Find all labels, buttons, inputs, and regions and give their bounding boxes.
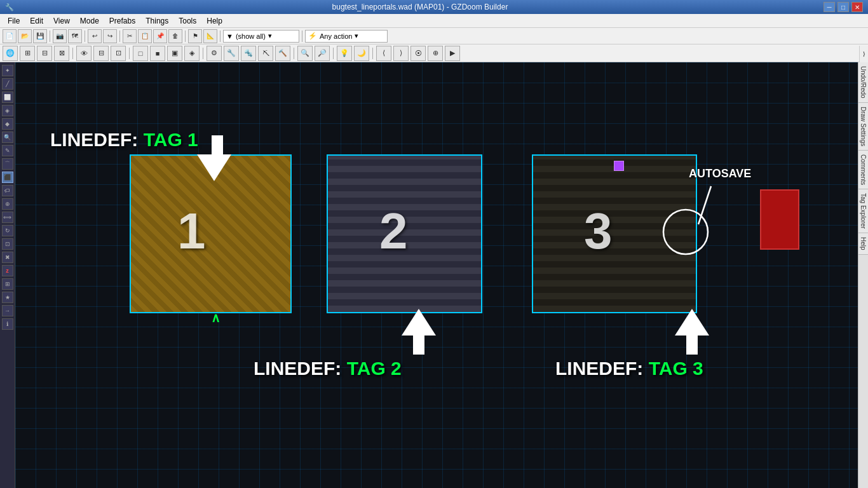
restore-button[interactable]: □: [837, 2, 849, 12]
menu-view[interactable]: View: [48, 14, 75, 27]
green-chevron-1: ∧: [211, 310, 220, 325]
grid2-button[interactable]: ⊟: [37, 46, 52, 61]
tool4-button[interactable]: ⛏: [258, 46, 273, 61]
arrow3-container: [675, 309, 709, 355]
zoom-tool[interactable]: 🔍: [2, 132, 13, 143]
open-button[interactable]: 📂: [18, 29, 32, 43]
panel-tag-explorer[interactable]: Tag Explorer: [858, 189, 868, 233]
light2-button[interactable]: 🌙: [354, 46, 369, 61]
menu-edit[interactable]: Edit: [25, 14, 48, 27]
panel-draw-settings[interactable]: Draw Settings: [858, 103, 868, 151]
snap-button[interactable]: ⊠: [54, 46, 69, 61]
view-button[interactable]: 👁: [76, 46, 92, 61]
minimize-button[interactable]: ─: [824, 2, 835, 12]
num1-tool[interactable]: z: [2, 265, 13, 276]
tool5-button[interactable]: 🔨: [275, 46, 290, 61]
menu-prefabs[interactable]: Prefabs: [104, 14, 140, 27]
separator6: [302, 30, 302, 42]
extra1-button[interactable]: ⟨: [376, 46, 391, 61]
split-tool[interactable]: ⊕: [2, 198, 13, 210]
menu-file[interactable]: File: [3, 14, 25, 27]
cut-button[interactable]: ✂: [123, 29, 137, 43]
undo-button[interactable]: ↩: [88, 29, 102, 43]
window-controls: ─ □ ✕: [824, 2, 863, 12]
arrow2-container: [402, 309, 436, 355]
close-button[interactable]: ✕: [851, 2, 863, 12]
view3-button[interactable]: ⊡: [111, 46, 126, 61]
filter-dropdown[interactable]: ▼ (show all) ▾: [223, 30, 299, 43]
tag-tool[interactable]: 🏷: [2, 185, 13, 196]
zoom-in-button[interactable]: 🌐: [3, 46, 18, 61]
sep-t2-3: [203, 48, 203, 59]
mode-tool[interactable]: ⬛: [2, 172, 13, 183]
left-toolbar: ✦ ╱ ⬜ ◈ ◆ 🔍 ✎ ⌒ ⬛ 🏷 ⊕ ⟺ ↻ ⊡ ✖ z ⊞ ★ → ℹ: [0, 62, 15, 488]
menu-help[interactable]: Help: [201, 14, 227, 27]
redo-button[interactable]: ↪: [103, 29, 117, 43]
action-dropdown[interactable]: ⚡ Any action ▾: [305, 30, 388, 43]
star-tool[interactable]: ★: [2, 292, 13, 303]
extra4-button[interactable]: ⊕: [428, 46, 443, 61]
zoom-out-button[interactable]: 🔍: [297, 46, 313, 61]
linedef-tag1-label: LINEDEF: TAG 1: [50, 129, 198, 151]
select2-button[interactable]: ■: [150, 46, 165, 61]
separator1: [50, 30, 50, 42]
line-tool[interactable]: ╱: [2, 78, 13, 90]
scale-tool[interactable]: ⊡: [2, 238, 13, 250]
vertex-tool[interactable]: ◆: [2, 118, 13, 130]
eraser-tool[interactable]: ✖: [2, 252, 13, 263]
canvas-area[interactable]: 1 2 3 LINEDEF: TAG 1 LINEDEF: TAG 2 LINE…: [15, 62, 858, 488]
select-tool[interactable]: ✦: [2, 65, 13, 76]
thing-tool[interactable]: ◈: [2, 105, 13, 116]
menu-mode[interactable]: Mode: [75, 14, 104, 27]
titlebar-title: bugtest_lineportals.wad (MAP01) - GZDoom…: [332, 3, 508, 11]
rotate-tool[interactable]: ↻: [2, 225, 13, 236]
filter-icon: ▼: [226, 32, 233, 40]
arrow1-head: [197, 154, 231, 181]
view2-button[interactable]: ⊟: [93, 46, 109, 61]
menu-tools[interactable]: Tools: [173, 14, 201, 27]
save-button[interactable]: 💾: [33, 29, 47, 43]
tag2-value: TAG 2: [347, 358, 402, 379]
grid-button[interactable]: ⊞: [20, 46, 35, 61]
num2-tool[interactable]: ⊞: [2, 278, 13, 290]
arrow1-container: [203, 135, 231, 181]
extra3-button[interactable]: ⦿: [410, 46, 426, 61]
menubar: File Edit View Mode Prefabs Things Tools…: [0, 14, 868, 28]
thing-mode-button[interactable]: ⚑: [188, 29, 202, 43]
sep-t2-6: [372, 48, 373, 59]
new-button[interactable]: 📄: [3, 29, 17, 43]
tag1-value: TAG 1: [144, 129, 198, 150]
select3-button[interactable]: ▣: [167, 46, 182, 61]
flip-tool[interactable]: ⟺: [2, 212, 13, 223]
sector-tool[interactable]: ⬜: [2, 92, 13, 103]
room-extra: [760, 189, 799, 250]
arrow-tool[interactable]: →: [2, 305, 13, 316]
paste-button[interactable]: 📌: [153, 29, 167, 43]
info-tool[interactable]: ℹ: [2, 318, 13, 330]
light-button[interactable]: 💡: [337, 46, 352, 61]
extra5-button[interactable]: ▶: [445, 46, 460, 61]
panel-comments[interactable]: Comments: [858, 151, 868, 189]
linedef-tag2-label: LINEDEF: TAG 2: [254, 358, 402, 379]
curve-tool[interactable]: ⌒: [2, 158, 13, 170]
room3: [532, 154, 697, 313]
tool1-button[interactable]: ⚙: [207, 46, 222, 61]
panel-help[interactable]: Help: [858, 233, 868, 255]
tool3-button[interactable]: 🔩: [241, 46, 256, 61]
menu-things[interactable]: Things: [140, 14, 173, 27]
select4-button[interactable]: ◈: [184, 46, 200, 61]
screenshot-button[interactable]: 📷: [53, 29, 67, 43]
delete-button[interactable]: 🗑: [168, 29, 182, 43]
map-options-button[interactable]: 🗺: [68, 29, 82, 43]
linedef-mode-button[interactable]: 📐: [203, 29, 217, 43]
panel-undo-redo[interactable]: Undo/Redo: [858, 62, 868, 103]
right-expand-button[interactable]: ⟩: [859, 46, 868, 62]
extra2-button[interactable]: ⟩: [393, 46, 409, 61]
select1-button[interactable]: □: [133, 46, 148, 61]
draw-tool[interactable]: ✎: [2, 145, 13, 156]
arrow1-shaft: [212, 135, 223, 154]
zoom3-button[interactable]: 🔎: [315, 46, 330, 61]
tool2-button[interactable]: 🔧: [224, 46, 239, 61]
main-layout: ✦ ╱ ⬜ ◈ ◆ 🔍 ✎ ⌒ ⬛ 🏷 ⊕ ⟺ ↻ ⊡ ✖ z ⊞ ★ → ℹ …: [0, 62, 868, 488]
copy-button[interactable]: 📋: [138, 29, 152, 43]
